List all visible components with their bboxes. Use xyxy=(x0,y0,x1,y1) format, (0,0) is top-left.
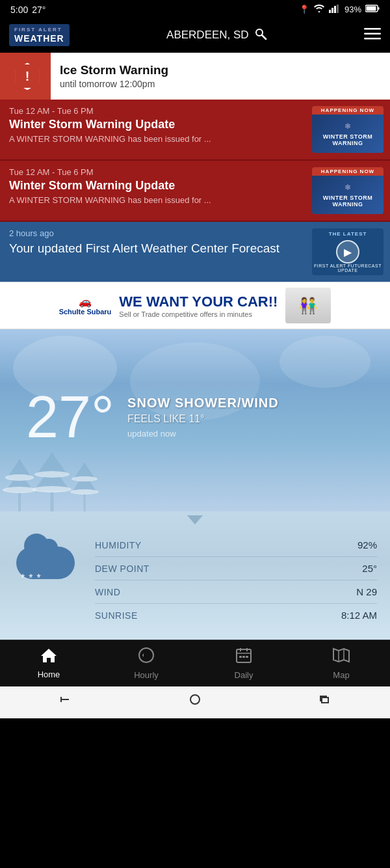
warning-icon-box: ! xyxy=(4,53,51,100)
humidity-value: 92% xyxy=(358,539,377,550)
svg-rect-6 xyxy=(378,7,380,10)
svg-point-26 xyxy=(70,489,99,495)
sunrise-value: 8:12 AM xyxy=(341,610,377,621)
ice-storm-title: Ice Storm Warning xyxy=(60,63,168,77)
wifi-icon xyxy=(313,4,325,15)
ice-storm-text-area: Ice Storm Warning until tomorrow 12:00pm xyxy=(51,57,177,96)
status-temp: 27° xyxy=(32,5,46,15)
svg-marker-29 xyxy=(142,653,146,657)
feels-like: FEELS LIKE 11° xyxy=(127,413,279,425)
svg-rect-10 xyxy=(364,33,381,35)
location-display[interactable]: ABERDEEN, SD xyxy=(166,27,267,44)
status-time: 5:00 xyxy=(10,5,28,15)
weather-info-block: SNOW SHOWER/WIND FEELS LIKE 11° updated … xyxy=(127,396,279,439)
advertisement-banner[interactable]: 🚗 Schulte Subaru WE WANT YOUR CAR!! Sell… xyxy=(0,282,390,329)
weather-main-section: 27° SNOW SHOWER/WIND FEELS LIKE 11° upda… xyxy=(0,329,390,511)
nav-daily[interactable]: Daily xyxy=(195,640,292,686)
details-arrow xyxy=(0,511,390,527)
svg-point-24 xyxy=(32,486,72,493)
svg-rect-34 xyxy=(239,656,242,658)
ad-image: 👫 xyxy=(285,288,331,323)
alert-card-1-thumbnail: HAPPENING NOW ❄ WINTER STORM WARNING xyxy=(312,106,384,153)
logo-line1: FIRST ALERT xyxy=(14,27,64,33)
ice-storm-banner[interactable]: ! Ice Storm Warning until tomorrow 12:00… xyxy=(0,53,390,100)
svg-point-21 xyxy=(5,474,34,481)
svg-rect-3 xyxy=(337,5,339,13)
home-nav-icon[interactable] xyxy=(188,693,202,709)
home-icon xyxy=(40,647,57,667)
svg-rect-35 xyxy=(242,656,245,658)
ad-headline: WE WANT YOUR CAR!! xyxy=(119,293,278,310)
nav-home[interactable]: Home xyxy=(0,640,98,686)
back-nav-icon[interactable] xyxy=(58,693,72,709)
svg-rect-0 xyxy=(329,10,331,13)
detail-rows: HUMIDITY 92% DEW POINT 25° WIND N 29 SUN… xyxy=(95,534,377,627)
dewpoint-label: DEW POINT xyxy=(95,563,150,574)
alert-card-2-thumbnail: HAPPENING NOW ❄ WINTER STORM WARNING xyxy=(312,167,384,214)
daily-icon xyxy=(235,647,252,668)
ad-content: WE WANT YOUR CAR!! Sell or Trade competi… xyxy=(119,293,278,318)
alert-thumb-2-top: HAPPENING NOW xyxy=(312,167,384,176)
svg-point-23 xyxy=(34,471,70,478)
header: FIRST ALERT WEATHER ABERDEEN, SD xyxy=(0,19,390,53)
alert-thumb-1-top: HAPPENING NOW xyxy=(312,106,384,115)
menu-button[interactable] xyxy=(364,27,381,44)
status-bar: 5:00 27° 📍 93% xyxy=(0,0,390,19)
nav-map[interactable]: Map xyxy=(292,640,390,686)
wind-label: WIND xyxy=(95,587,120,597)
play-icon[interactable]: ▶ xyxy=(336,240,359,264)
svg-point-42 xyxy=(190,695,200,704)
snow-cloud-icon: * * * xyxy=(13,534,84,586)
map-icon xyxy=(333,647,350,668)
weather-condition: SNOW SHOWER/WIND xyxy=(127,396,279,411)
bottom-navigation: Home Hourly Daily Map xyxy=(0,640,390,686)
details-cloud-area: * * * HUMIDITY 92% DEW POINT 25° WIND N … xyxy=(0,527,390,633)
svg-rect-5 xyxy=(367,7,376,11)
detail-row-sunrise: SUNRISE 8:12 AM xyxy=(95,604,377,627)
alert-card-2-desc: A WINTER STORM WARNING has been issued f… xyxy=(9,195,306,205)
battery-status: 93% xyxy=(344,5,361,14)
alert-card-1-title: Winter Storm Warning Update xyxy=(9,118,306,131)
forecast-card-time: 2 hours ago xyxy=(9,228,306,238)
signal-icon xyxy=(329,4,341,15)
sunrise-label: SUNRISE xyxy=(95,610,138,621)
battery-icon xyxy=(365,5,380,14)
down-arrow-icon xyxy=(187,515,203,524)
app-logo: FIRST ALERT WEATHER xyxy=(9,24,70,46)
weather-details-section: * * * HUMIDITY 92% DEW POINT 25° WIND N … xyxy=(0,511,390,640)
forecast-card[interactable]: 2 hours ago Your updated First Alert Wea… xyxy=(0,222,390,282)
alert-card-1-time: Tue 12 AM - Tue 6 PM xyxy=(9,106,306,116)
current-temperature: 27° xyxy=(26,388,114,446)
svg-rect-36 xyxy=(246,656,248,658)
ad-logo-text: Schulte Subaru xyxy=(59,308,112,316)
forecast-thumb-label: FIRST ALERT FUTURECAST UPDATE xyxy=(312,264,384,273)
snow-dot-1: * xyxy=(21,573,25,584)
svg-line-8 xyxy=(262,35,266,39)
system-nav-bar xyxy=(0,686,390,718)
detail-row-wind: WIND N 29 xyxy=(95,580,377,604)
alert-thumb-1-label: WINTER STORM WARNING xyxy=(312,133,384,146)
svg-rect-2 xyxy=(334,6,336,13)
humidity-label: HUMIDITY xyxy=(95,540,142,550)
warning-hexagon-icon: ! xyxy=(14,62,41,90)
logo-line2: WEATHER xyxy=(14,33,64,44)
wind-value: N 29 xyxy=(356,586,377,597)
detail-row-dewpoint: DEW POINT 25° xyxy=(95,557,377,580)
svg-point-22 xyxy=(3,487,36,493)
forecast-thumb-top: THE LATEST xyxy=(312,231,384,237)
snow-dot-2: * xyxy=(29,573,32,584)
svg-rect-11 xyxy=(364,38,381,40)
forecast-card-text: 2 hours ago Your updated First Alert Wea… xyxy=(9,228,306,275)
alert-card-2-title: Winter Storm Warning Update xyxy=(9,179,306,193)
nav-home-label: Home xyxy=(38,670,60,679)
svg-marker-37 xyxy=(333,649,349,662)
alert-card-1[interactable]: Tue 12 AM - Tue 6 PM Winter Storm Warnin… xyxy=(0,100,390,161)
snow-dot-3: * xyxy=(36,573,40,584)
nav-map-label: Map xyxy=(333,670,349,680)
search-icon[interactable] xyxy=(254,27,267,44)
alert-card-2[interactable]: Tue 12 AM - Tue 6 PM Winter Storm Warnin… xyxy=(0,161,390,222)
nav-hourly[interactable]: Hourly xyxy=(98,640,195,686)
hourly-icon xyxy=(138,647,155,668)
recents-nav-icon[interactable] xyxy=(318,693,332,709)
nav-hourly-label: Hourly xyxy=(134,670,159,680)
